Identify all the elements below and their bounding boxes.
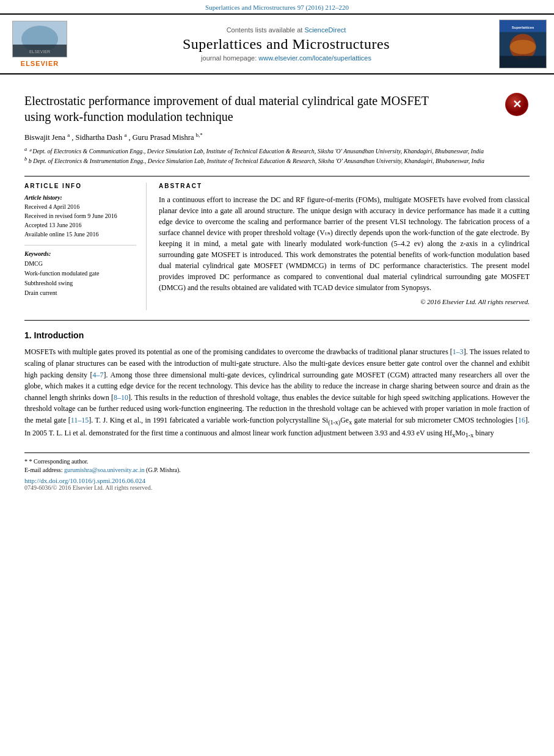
info-divider bbox=[24, 245, 136, 245]
intro-paragraph: MOSFETs with multiple gates proved its p… bbox=[24, 346, 530, 440]
author-sup-a2: a bbox=[124, 132, 126, 138]
abstract-label: ABSTRACT bbox=[159, 183, 530, 189]
crossmark-badge[interactable]: ✕ bbox=[505, 93, 530, 117]
svg-text:ELSEVIER: ELSEVIER bbox=[29, 49, 50, 54]
ref-1-3[interactable]: 1–3 bbox=[453, 347, 464, 356]
section-divider bbox=[24, 320, 530, 321]
article-info-label: ARTICLE INFO bbox=[24, 183, 136, 189]
sciencedirect-link[interactable]: ScienceDirect bbox=[304, 26, 346, 34]
intro-heading: 1. Introduction bbox=[24, 330, 530, 340]
svg-point-8 bbox=[510, 40, 536, 54]
journal-homepage: journal homepage: www.elsevier.com/locat… bbox=[79, 54, 493, 62]
email-line: E-mail address: gurumishra@soa.universit… bbox=[24, 467, 530, 473]
journal-logo-image: ELSEVIER bbox=[12, 21, 67, 57]
crossmark-circle: ✕ bbox=[505, 93, 528, 116]
homepage-label: journal homepage: bbox=[201, 54, 257, 62]
article-title: Electrostatic performance improvement of… bbox=[24, 93, 440, 125]
ref-8-10[interactable]: 8–10 bbox=[114, 393, 128, 402]
keywords-title: Keywords: bbox=[24, 250, 136, 257]
journal-title-area: Contents lists available at ScienceDirec… bbox=[79, 26, 493, 62]
abstract-paragraph: In a continuous effort to increase the D… bbox=[159, 194, 530, 293]
ref-11-15[interactable]: 11–15 bbox=[71, 416, 89, 424]
article-info-abstract: ARTICLE INFO Article history: Received 4… bbox=[24, 176, 530, 311]
affil-sup-a: a bbox=[24, 147, 27, 152]
keyword-wfmg: Work-function modulated gate bbox=[24, 269, 136, 278]
svg-rect-9 bbox=[500, 56, 546, 67]
email-person: (G.P. Mishra). bbox=[146, 467, 181, 473]
accepted-date: Accepted 13 June 2016 bbox=[24, 220, 136, 230]
elsevier-wordmark: ELSEVIER bbox=[21, 60, 59, 67]
received-revised-date: Received in revised form 9 June 2016 bbox=[24, 211, 136, 220]
authors-line: Biswajit Jena a , Sidhartha Dash a , Gur… bbox=[24, 132, 530, 142]
available-date: Available online 15 June 2016 bbox=[24, 230, 136, 239]
svg-rect-2 bbox=[13, 45, 67, 57]
homepage-url[interactable]: www.elsevier.com/locate/superlattices bbox=[258, 54, 371, 62]
affil-a: a ᵃ Dept. of Electronics & Communication… bbox=[24, 146, 530, 156]
top-bar: Superlattices and Microstructures 97 (20… bbox=[0, 0, 554, 13]
journal-thumbnail: Superlattices bbox=[499, 20, 548, 68]
article-info-col: ARTICLE INFO Article history: Received 4… bbox=[24, 183, 147, 311]
author-separator2: , Guru Prasad Mishra bbox=[129, 133, 196, 142]
main-content: ✕ Electrostatic performance improvement … bbox=[0, 75, 554, 503]
keyword-dmcg: DMCG bbox=[24, 259, 136, 269]
affiliations: a ᵃ Dept. of Electronics & Communication… bbox=[24, 146, 530, 166]
keyword-drain: Drain current bbox=[24, 288, 136, 298]
contents-label: Contents lists available at bbox=[227, 26, 303, 34]
abstract-col: ABSTRACT In a continuous effort to incre… bbox=[159, 183, 530, 311]
corresponding-author: * * Corresponding author. bbox=[24, 458, 530, 465]
keywords-section: Keywords: DMCG Work-function modulated g… bbox=[24, 250, 136, 298]
issn-line: 0749-6036/© 2016 Elsevier Ltd. All right… bbox=[24, 484, 530, 491]
author-biswajit: Biswajit Jena bbox=[24, 133, 67, 142]
journal-header: ELSEVIER ELSEVIER Contents lists availab… bbox=[0, 13, 554, 75]
ref-16[interactable]: 16 bbox=[518, 416, 525, 424]
doi-link[interactable]: http://dx.doi.org/10.1016/j.spmi.2016.06… bbox=[24, 477, 145, 484]
author-sup-b: b,* bbox=[196, 132, 203, 138]
abstract-text: In a continuous effort to increase the D… bbox=[159, 194, 530, 307]
received-date: Received 4 April 2016 bbox=[24, 202, 136, 211]
email-address[interactable]: gurumishra@soa.university.ac.in bbox=[64, 467, 145, 473]
article-history: Article history: Received 4 April 2016 R… bbox=[24, 194, 136, 239]
svg-text:✕: ✕ bbox=[512, 98, 522, 111]
corresponding-star: * bbox=[24, 458, 29, 465]
history-title: Article history: bbox=[24, 194, 136, 201]
author-sup-a1: a bbox=[67, 132, 70, 138]
doi-area: http://dx.doi.org/10.1016/j.spmi.2016.06… bbox=[24, 477, 530, 484]
author-separator1: , Sidhartha Dash bbox=[71, 133, 124, 142]
affil-sup-b: b bbox=[24, 156, 27, 162]
svg-text:Superlattices: Superlattices bbox=[512, 26, 534, 29]
affil-b: b b Dept. of Electronics & Instrumentati… bbox=[24, 156, 530, 165]
copyright-line: © 2016 Elsevier Ltd. All rights reserved… bbox=[159, 297, 530, 307]
content-line: Contents lists available at ScienceDirec… bbox=[79, 26, 493, 34]
svg-point-1 bbox=[21, 26, 58, 53]
elsevier-logo-area: ELSEVIER ELSEVIER bbox=[6, 21, 73, 67]
journal-cover-image: Superlattices bbox=[499, 20, 547, 68]
keyword-subthreshold: Subthreshold swing bbox=[24, 278, 136, 288]
journal-main-title: Superlattices and Microstructures bbox=[79, 36, 493, 53]
intro-text: MOSFETs with multiple gates proved its p… bbox=[24, 346, 530, 440]
journal-citation-link[interactable]: Superlattices and Microstructures 97 (20… bbox=[205, 4, 349, 11]
footnote-area: * * Corresponding author. E-mail address… bbox=[24, 453, 530, 491]
ref-4-7[interactable]: 4–7 bbox=[93, 371, 104, 379]
